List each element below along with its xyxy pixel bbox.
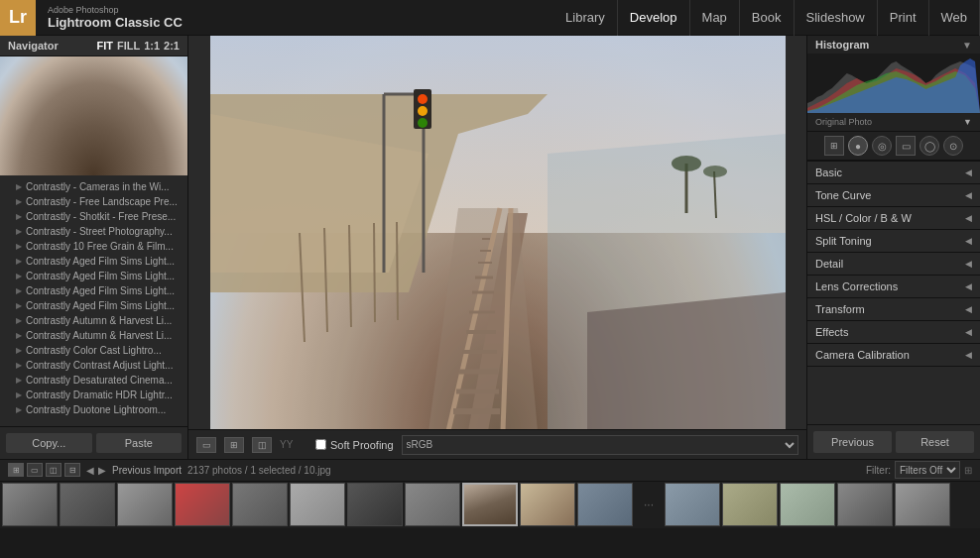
paste-button[interactable]: Paste <box>96 433 183 453</box>
filmstrip-thumb-8[interactable] <box>405 483 460 526</box>
bottom-toolbar: ▭ ⊞ ◫ YY Soft Proofing sRGB <box>188 429 806 459</box>
redeye-tool[interactable]: ◎ <box>872 136 892 156</box>
zoom-fit[interactable]: FIT <box>96 40 113 52</box>
nav-develop[interactable]: Develop <box>618 0 690 36</box>
filmstrip-survey-icon[interactable]: ⊟ <box>64 463 80 477</box>
zoom-2-1[interactable]: 2:1 <box>164 40 180 52</box>
list-item[interactable]: Contrastly Duotone Lightroom... <box>0 402 187 417</box>
view-grid-icon[interactable]: ⊞ <box>224 437 244 453</box>
filter-label: Filter: <box>866 465 891 476</box>
filter-select[interactable]: Filters Off <box>895 461 960 479</box>
split-toning-header[interactable]: Split Toning ◀ <box>807 230 980 252</box>
nav-slideshow[interactable]: Slideshow <box>795 0 878 36</box>
tools-row: ⊞ ● ◎ ▭ ◯ ⊙ <box>807 132 980 161</box>
view-compare-icon[interactable]: ◫ <box>252 437 272 453</box>
list-item[interactable]: Contrastly - Shotkit - Free Prese... <box>0 209 187 224</box>
transform-header[interactable]: Transform ◀ <box>807 298 980 320</box>
photo-info: Original Photo ▼ <box>807 113 980 132</box>
zoom-1-1[interactable]: 1:1 <box>144 40 160 52</box>
filmstrip-more-icon[interactable]: ··· <box>635 498 663 511</box>
list-item[interactable]: Contrastly Desaturated Cinema... <box>0 373 187 388</box>
filmstrip-thumb-15[interactable] <box>837 483 893 526</box>
tone-curve-header[interactable]: Tone Curve ◀ <box>807 184 980 206</box>
radial-tool[interactable]: ◯ <box>919 136 939 156</box>
crop-tool[interactable]: ⊞ <box>824 136 844 156</box>
nav-book[interactable]: Book <box>740 0 795 36</box>
previous-button[interactable]: Previous <box>813 431 892 453</box>
list-item[interactable]: Contrastly Color Cast Lightro... <box>0 343 187 358</box>
list-item[interactable]: Contrastly Contrast Adjust Light... <box>0 358 187 373</box>
camera-calibration-label: Camera Calibration <box>815 349 910 361</box>
proof-profile-select[interactable]: sRGB <box>402 435 798 455</box>
photo-area[interactable] <box>188 36 806 429</box>
reset-button[interactable]: Reset <box>896 431 974 453</box>
adjustment-brush-tool[interactable]: ⊙ <box>943 136 963 156</box>
list-item[interactable]: Contrastly - Free Landscape Pre... <box>0 194 187 209</box>
list-item[interactable]: Contrastly - Street Photography... <box>0 224 187 239</box>
detail-section: Detail ◀ <box>807 253 980 276</box>
filmstrip-thumb-9-selected[interactable] <box>462 483 518 526</box>
hsl-section: HSL / Color / B & W ◀ <box>807 207 980 230</box>
filmstrip-thumb-2[interactable] <box>60 483 115 526</box>
nav-map[interactable]: Map <box>690 0 740 36</box>
zoom-fill[interactable]: FILL <box>117 40 140 52</box>
hsl-label: HSL / Color / B & W <box>815 212 912 224</box>
preset-list[interactable]: Contrastly - Cameras in the Wi... Contra… <box>0 175 187 426</box>
tone-curve-arrow: ◀ <box>965 190 972 200</box>
detail-header[interactable]: Detail ◀ <box>807 253 980 275</box>
filmstrip-back-arrow[interactable]: ◀ <box>86 465 94 476</box>
camera-calibration-header[interactable]: Camera Calibration ◀ <box>807 344 980 366</box>
lens-corrections-header[interactable]: Lens Corrections ◀ <box>807 276 980 297</box>
tone-curve-label: Tone Curve <box>815 189 871 201</box>
filmstrip-loupe-icon[interactable]: ▭ <box>27 463 43 477</box>
effects-section: Effects ◀ <box>807 321 980 344</box>
filmstrip-forward-arrow[interactable]: ▶ <box>98 465 106 476</box>
list-item[interactable]: Contrastly Aged Film Sims Light... <box>0 283 187 298</box>
filter-expand-icon[interactable]: ⊞ <box>964 465 972 476</box>
basic-arrow: ◀ <box>965 167 972 177</box>
filmstrip-compare-icon[interactable]: ◫ <box>46 463 61 477</box>
nav-library[interactable]: Library <box>553 0 618 36</box>
list-item[interactable]: Contrastly Aged Film Sims Light... <box>0 254 187 269</box>
filmstrip-thumb-13[interactable] <box>722 483 778 526</box>
histogram-canvas <box>807 54 980 113</box>
nav-print[interactable]: Print <box>878 0 929 36</box>
previous-import-label[interactable]: Previous Import <box>112 465 182 476</box>
filmstrip-thumb-11[interactable] <box>577 483 633 526</box>
healing-tool[interactable]: ● <box>848 136 868 156</box>
copy-button[interactable]: Copy... <box>6 433 92 453</box>
effects-header[interactable]: Effects ◀ <box>807 321 980 343</box>
filmstrip-thumb-12[interactable] <box>665 483 720 526</box>
filmstrip-grid-icon[interactable]: ⊞ <box>8 463 24 477</box>
list-item[interactable]: Contrastly Aged Film Sims Light... <box>0 269 187 283</box>
filmstrip-thumb-1[interactable] <box>2 483 58 526</box>
list-item[interactable]: Contrastly Autumn & Harvest Li... <box>0 313 187 328</box>
filmstrip-thumb-4[interactable] <box>175 483 230 526</box>
list-item[interactable]: Contrastly - Cameras in the Wi... <box>0 179 187 194</box>
view-loupe-icon[interactable]: ▭ <box>196 437 216 453</box>
soft-proofing-checkbox[interactable] <box>315 439 326 450</box>
hsl-header[interactable]: HSL / Color / B & W ◀ <box>807 207 980 229</box>
list-item[interactable]: Contrastly Autumn & Harvest Li... <box>0 328 187 343</box>
histogram-collapse-arrow[interactable]: ▼ <box>962 40 972 51</box>
basic-header[interactable]: Basic ◀ <box>807 162 980 183</box>
list-item[interactable]: Contrastly Aged Film Sims Light... <box>0 298 187 313</box>
nav-web[interactable]: Web <box>929 0 981 36</box>
gradient-tool[interactable]: ▭ <box>896 136 916 156</box>
filmstrip-thumb-14[interactable] <box>780 483 835 526</box>
navigator-zoom: FIT FILL 1:1 2:1 <box>96 40 180 52</box>
filmstrip-nav: ◀ ▶ <box>86 465 106 476</box>
topbar: Lr Adobe Photoshop Lightroom Classic CC … <box>0 0 980 36</box>
filmstrip-thumb-7[interactable] <box>347 483 403 526</box>
list-item[interactable]: Contrastly 10 Free Grain & Film... <box>0 239 187 254</box>
lens-corrections-label: Lens Corrections <box>815 280 898 292</box>
filmstrip-toolbar: ⊞ ▭ ◫ ⊟ ◀ ▶ Previous Import 2137 photos … <box>0 460 980 482</box>
filmstrip-thumb-10[interactable] <box>520 483 575 526</box>
list-item[interactable]: Contrastly Dramatic HDR Lightr... <box>0 388 187 402</box>
navigator-preview[interactable] <box>0 56 187 175</box>
panel-sections: Basic ◀ Tone Curve ◀ HSL / Color / B & W… <box>807 162 980 424</box>
filmstrip-thumb-6[interactable] <box>290 483 345 526</box>
filmstrip-thumb-3[interactable] <box>117 483 173 526</box>
filmstrip-thumb-5[interactable] <box>232 483 288 526</box>
filmstrip-thumb-16[interactable] <box>895 483 950 526</box>
